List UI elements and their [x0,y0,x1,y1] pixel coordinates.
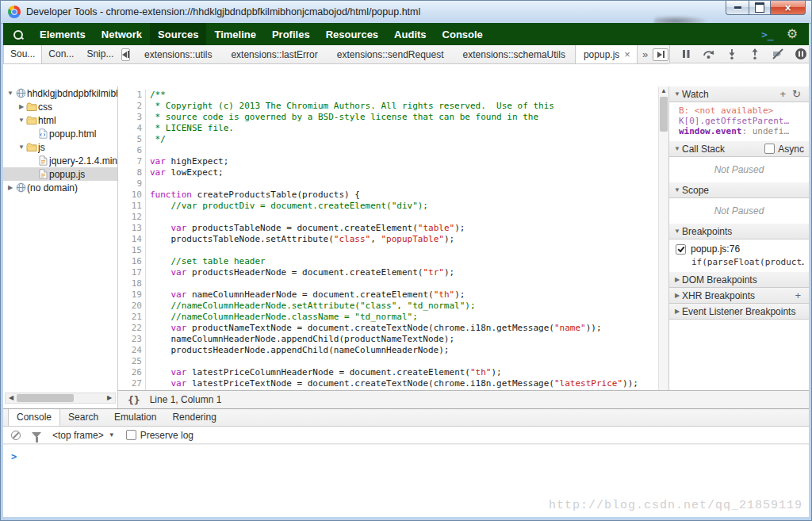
maximize-button[interactable] [749,1,771,15]
filter-icon[interactable] [32,432,41,438]
editor-tab-extensions-utils[interactable]: extensions::utils [135,45,221,63]
line-number[interactable]: 18 [118,278,146,289]
line-number[interactable]: 10 [118,190,146,201]
line-number[interactable]: 13 [118,223,146,234]
line-number[interactable]: 14 [118,234,146,245]
hide-navigator-button[interactable] [121,48,130,61]
drawer-tab-console[interactable]: Console [8,409,60,426]
line-number[interactable]: 19 [118,289,146,301]
navigator-tab[interactable]: Con... [42,45,80,63]
line-number[interactable]: 26 [118,367,146,378]
preserve-log-checkbox[interactable] [126,430,136,440]
tree-item-jquery-2.1.4.min.js[interactable]: jquery-2.1.4.min.js [3,154,117,167]
deactivate-breakpoints-button[interactable] [772,48,784,60]
tree-item-popup.html[interactable]: popup.html [3,127,117,140]
editor-tab-extensions-sendRequest[interactable]: extensions::sendRequest [327,45,454,63]
line-number[interactable]: 25 [118,356,146,367]
step-into-button[interactable] [726,48,738,60]
async-toggle[interactable]: Async [764,144,804,155]
refresh-watch-button[interactable]: ↻ [789,88,804,100]
step-out-button[interactable] [749,48,761,60]
line-number[interactable]: 2 [118,101,146,112]
main-tab-profiles[interactable]: Profiles [264,23,318,45]
main-tab-elements[interactable]: Elements [32,23,94,45]
scroll-left-arrow-icon[interactable]: ◀ [6,393,17,403]
pause-button[interactable] [680,48,692,60]
line-number[interactable]: 8 [118,167,146,178]
line-number[interactable]: 22 [118,323,146,334]
expand-panel-button[interactable] [653,48,668,61]
preserve-log-toggle[interactable]: Preserve log [126,430,193,441]
tab-overflow-chevron[interactable]: » [638,48,653,60]
dom-breakpoints-section-header[interactable]: ▶ DOM Breakpoints [669,272,809,288]
editor-tab-popup-js[interactable]: popup.js× [575,45,638,63]
pretty-print-button[interactable]: {} [118,394,150,406]
frame-selector[interactable]: <top frame> ▼ [52,430,115,441]
line-number[interactable]: 24 [118,345,146,356]
line-number[interactable]: 23 [118,334,146,345]
tree-item--no-domain-[interactable]: ▶(no domain) [3,181,117,194]
scope-section-header[interactable]: ▼ Scope [669,182,809,198]
step-over-button[interactable] [703,48,715,60]
pause-on-exceptions-button[interactable] [795,48,807,60]
close-tab-icon[interactable]: × [624,51,630,59]
breakpoints-section-header[interactable]: ▼ Breakpoints [669,224,809,239]
main-tab-console[interactable]: Console [435,23,491,45]
settings-gear-icon[interactable]: ⚙ [787,28,798,40]
drawer-tab-emulation[interactable]: Emulation [106,409,164,426]
main-tab-sources[interactable]: Sources [150,23,206,45]
line-number[interactable]: 9 [118,178,146,190]
chevron-down-icon[interactable]: ▼ [17,144,25,151]
call-stack-section-header[interactable]: ▼ Call Stack Async [669,141,809,157]
line-number[interactable]: 15 [118,245,146,256]
scroll-up-arrow-icon[interactable]: ▲ [659,86,668,96]
console-toggle-icon[interactable]: >_ [761,29,774,40]
close-button[interactable]: × [770,1,806,15]
line-number[interactable]: 27 [118,378,146,389]
line-number[interactable]: 21 [118,312,146,323]
chevron-right-icon[interactable]: ▶ [6,184,14,191]
tree-horizontal-scrollbar[interactable]: ◀ ▶ [5,393,116,404]
vertical-scroll-thumb[interactable] [660,97,668,132]
watch-expression[interactable]: B: <not available> [669,105,809,116]
line-number[interactable]: 11 [118,201,146,212]
breakpoint-entry[interactable]: popup.js:76 if(parseFloat(product… [669,239,809,272]
line-number[interactable]: 4 [118,123,146,134]
xhr-breakpoints-section-header[interactable]: ▶ XHR Breakpoints + [669,288,809,304]
line-number[interactable]: 5 [118,134,146,145]
breakpoint-checkbox[interactable] [676,244,686,255]
editor-tab-extensions-lastError[interactable]: extensions::lastError [221,45,327,63]
main-tab-timeline[interactable]: Timeline [206,23,264,45]
tree-item-css[interactable]: ▶css [3,100,117,113]
tree-item-hhdklgjbdndpbfkilmibhonjcmabojod[interactable]: ▼hhdklgjbdndpbfkilmibhonjcmabojod [3,86,117,100]
tree-item-js[interactable]: ▼js [3,140,117,154]
line-number[interactable]: 6 [118,145,146,156]
console-prompt-row[interactable]: > [3,444,809,463]
add-xhr-breakpoint-button[interactable]: + [791,289,804,301]
editor-vertical-scrollbar[interactable]: ▲ ▼ [658,86,669,427]
main-tab-resources[interactable]: Resources [318,23,386,45]
clear-console-icon[interactable] [11,431,21,440]
line-number[interactable]: 1 [118,90,146,101]
watch-section-header[interactable]: ▼ Watch + ↻ [669,86,809,102]
chevron-down-icon[interactable]: ▼ [6,90,14,97]
horizontal-scroll-thumb[interactable] [17,394,74,402]
search-button[interactable] [3,23,32,45]
chevron-down-icon[interactable]: ▼ [17,117,25,124]
editor-tab-extensions-schemaUtils[interactable]: extensions::schemaUtils [454,45,575,63]
main-tab-audits[interactable]: Audits [386,23,434,45]
line-number[interactable]: 20 [118,301,146,312]
async-checkbox[interactable] [764,144,775,154]
minimize-button[interactable] [726,1,749,15]
navigator-tab[interactable]: Sou... [3,45,42,63]
navigator-tab[interactable]: Snip... [80,45,120,63]
tree-item-popup.js[interactable]: popup.js [3,167,117,181]
line-number[interactable]: 12 [118,212,146,223]
tree-item-html[interactable]: ▼html [3,113,117,127]
drawer-tab-rendering[interactable]: Rendering [164,409,224,426]
line-number[interactable]: 3 [118,112,146,123]
event-breakpoints-section-header[interactable]: ▶ Event Listener Breakpoints [669,304,809,320]
main-tab-network[interactable]: Network [94,23,150,45]
watch-expression[interactable]: K[0].getOffsetParent… [669,116,809,126]
chevron-right-icon[interactable]: ▶ [17,103,25,110]
